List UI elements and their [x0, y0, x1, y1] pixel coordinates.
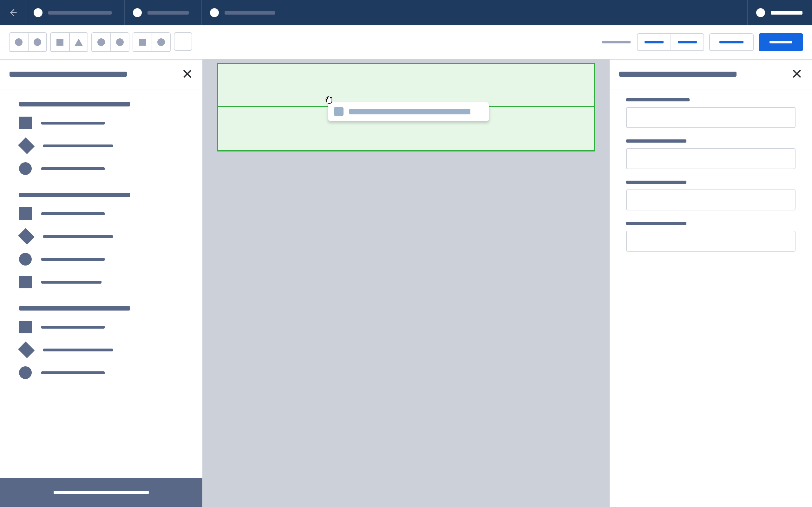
circle-icon [97, 38, 105, 46]
triangle-icon [74, 39, 83, 46]
canvas-page[interactable] [217, 63, 595, 507]
field-input[interactable] [626, 231, 796, 251]
component-item[interactable] [19, 117, 186, 129]
button-label [719, 41, 744, 43]
component-item[interactable] [19, 207, 186, 220]
component-item[interactable] [19, 230, 186, 243]
component-item[interactable] [19, 139, 186, 152]
back-button[interactable] [0, 0, 26, 25]
component-item[interactable] [19, 321, 186, 333]
component-label [41, 258, 105, 261]
toolbar [0, 25, 812, 60]
component-item[interactable] [19, 276, 186, 288]
properties-panel: ✕ [609, 60, 812, 507]
field-label [626, 181, 687, 184]
component-label [43, 235, 113, 238]
close-icon[interactable]: ✕ [791, 68, 803, 80]
component-item[interactable] [19, 366, 186, 379]
diamond-icon [18, 342, 35, 358]
component-label [41, 372, 105, 374]
square-icon [19, 207, 32, 220]
property-field [626, 181, 796, 210]
property-field [626, 222, 796, 251]
button-label [769, 41, 792, 43]
section-heading [19, 306, 130, 311]
circle-icon [19, 162, 32, 175]
component-label [41, 167, 105, 170]
tool-circle-1[interactable] [9, 33, 28, 51]
field-input[interactable] [626, 189, 796, 210]
primary-button[interactable] [759, 33, 803, 51]
tool-pair-3 [91, 32, 130, 52]
circle-icon [19, 366, 32, 379]
tab-label [771, 11, 803, 14]
component-icon [334, 107, 344, 116]
components-panel: ✕ [0, 60, 203, 507]
diamond-icon [18, 137, 35, 154]
secondary-button[interactable] [709, 33, 754, 51]
main-area: ✕ [0, 60, 812, 507]
tool-circle-3[interactable] [92, 33, 110, 51]
circle-icon [19, 253, 32, 266]
tool-circle-4[interactable] [110, 33, 129, 51]
tab-label [48, 11, 112, 14]
avatar-icon [756, 8, 765, 17]
field-label [626, 222, 687, 225]
footer-label [54, 491, 149, 494]
tool-triangle-1[interactable] [69, 33, 88, 51]
square-icon [19, 321, 32, 333]
component-label [41, 122, 105, 124]
top-nav-bar [0, 0, 812, 25]
component-label [41, 326, 105, 329]
square-icon [19, 117, 32, 129]
tool-circle-5[interactable] [152, 33, 170, 51]
component-label [43, 145, 113, 147]
seg-option-1[interactable] [638, 34, 670, 50]
tool-single-1[interactable] [174, 32, 192, 51]
component-item[interactable] [19, 162, 186, 175]
property-field [626, 98, 796, 128]
panel-title [619, 72, 737, 77]
toolbar-right [602, 33, 803, 51]
tool-pair-1 [9, 32, 47, 52]
component-item[interactable] [19, 253, 186, 266]
component-item[interactable] [19, 343, 186, 356]
field-input[interactable] [626, 107, 796, 128]
circle-icon [116, 38, 124, 46]
status-text [602, 41, 630, 43]
field-input[interactable] [626, 148, 796, 169]
section-heading [19, 102, 130, 107]
dropzone-slot-top[interactable] [218, 64, 594, 107]
tab-status-icon [34, 8, 43, 17]
components-list [0, 89, 202, 478]
tab-label [148, 11, 189, 14]
tool-pair-4 [133, 32, 171, 52]
section-heading [19, 193, 130, 197]
nav-tab-3[interactable] [202, 0, 748, 25]
nav-tab-account[interactable] [748, 0, 812, 25]
nav-tab-1[interactable] [26, 0, 125, 25]
tool-circle-2[interactable] [28, 33, 46, 51]
segmented-control [637, 33, 704, 51]
tool-pair-2 [50, 32, 88, 52]
grab-cursor-icon [324, 95, 334, 105]
canvas[interactable] [203, 60, 609, 507]
tool-square-1[interactable] [51, 33, 69, 51]
property-field [626, 139, 796, 169]
properties-panel-header: ✕ [610, 60, 812, 89]
panel-footer-button[interactable] [0, 478, 202, 507]
close-icon[interactable]: ✕ [182, 68, 193, 80]
dragging-component[interactable] [328, 102, 489, 121]
tab-label [224, 11, 275, 14]
tool-square-2[interactable] [133, 33, 152, 51]
properties-form [610, 89, 812, 272]
nav-tab-2[interactable] [125, 0, 202, 25]
component-label [349, 109, 470, 114]
circle-icon [15, 38, 22, 46]
seg-label [645, 41, 664, 43]
component-label [41, 281, 101, 284]
field-label [626, 98, 690, 101]
component-label [43, 349, 113, 351]
square-icon [139, 39, 146, 46]
seg-option-2[interactable] [670, 34, 704, 50]
